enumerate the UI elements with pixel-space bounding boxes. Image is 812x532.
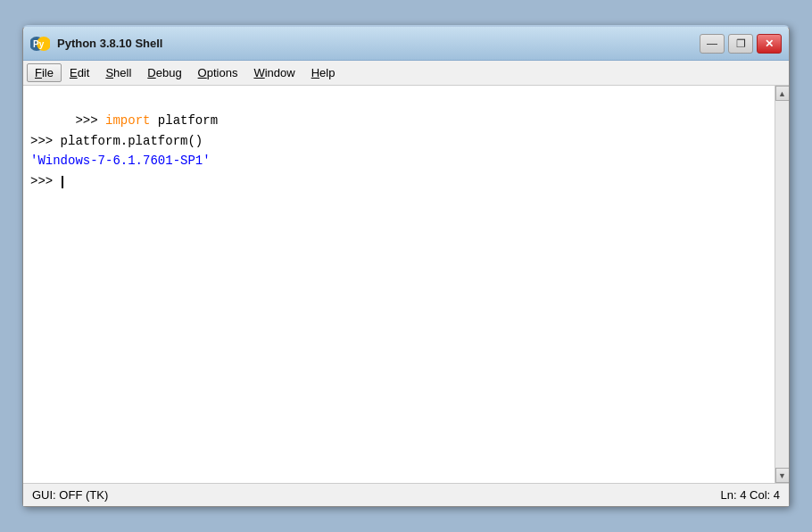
- scrollbar[interactable]: ▲ ▼: [775, 86, 789, 483]
- status-right: Ln: 4 Col: 4: [721, 488, 781, 502]
- window-title: Python 3.8.10 Shell: [57, 37, 163, 50]
- menu-window[interactable]: Window: [245, 63, 302, 82]
- scroll-down-button[interactable]: ▼: [775, 468, 790, 483]
- menu-shell[interactable]: Shell: [97, 63, 139, 82]
- close-button[interactable]: ✕: [757, 34, 782, 54]
- keyword-import: import: [105, 113, 150, 128]
- prompt-3: >>>: [30, 174, 61, 188]
- output-result: 'Windows-7-6.1.7601-SP1': [30, 154, 211, 168]
- window-controls: — ❐ ✕: [700, 34, 782, 54]
- title-bar-left: Py Python 3.8.10 Shell: [30, 34, 163, 54]
- scroll-up-button[interactable]: ▲: [775, 86, 790, 101]
- menu-options[interactable]: Options: [190, 63, 246, 82]
- status-left: GUI: OFF (TK): [32, 488, 108, 502]
- text-platform: platform: [150, 113, 218, 128]
- menu-edit[interactable]: Edit: [62, 63, 97, 82]
- prompt-1: >>>: [75, 113, 105, 128]
- text-call: platform.platform(): [61, 134, 203, 148]
- menu-help[interactable]: Help: [303, 63, 344, 82]
- scrollbar-thumb-area[interactable]: [775, 101, 789, 468]
- svg-text:Py: Py: [33, 39, 45, 49]
- cursor: [62, 176, 63, 188]
- menu-file[interactable]: File: [27, 63, 62, 82]
- title-bar: Py Python 3.8.10 Shell — ❐ ✕: [23, 27, 789, 61]
- python-shell-window: Py Python 3.8.10 Shell — ❐ ✕ File Edit S…: [22, 25, 790, 507]
- shell-output[interactable]: >>> import platform >>> platform.platfor…: [23, 86, 775, 483]
- content-area: >>> import platform >>> platform.platfor…: [23, 86, 789, 483]
- menu-bar: File Edit Shell Debug Options Window Hel…: [23, 61, 789, 86]
- python-icon: Py: [30, 34, 50, 54]
- minimize-button[interactable]: —: [700, 34, 725, 54]
- restore-button[interactable]: ❐: [728, 34, 753, 54]
- prompt-2: >>>: [30, 134, 61, 148]
- status-bar: GUI: OFF (TK) Ln: 4 Col: 4: [23, 483, 789, 506]
- menu-debug[interactable]: Debug: [139, 63, 189, 82]
